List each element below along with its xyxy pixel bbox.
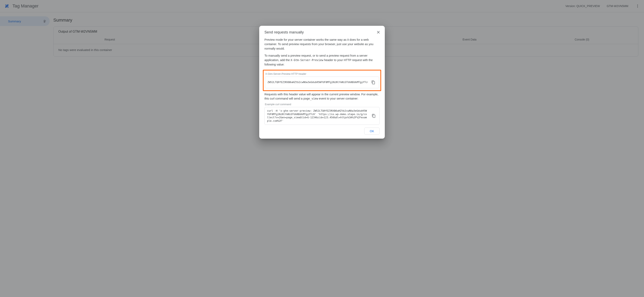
- copy-icon: [372, 114, 376, 118]
- dialog-p2-header-name: X-Gtm-Server-Preview: [290, 59, 324, 62]
- dialog-actions: OK: [264, 128, 380, 135]
- ok-button[interactable]: OK: [364, 128, 380, 135]
- dialog-paragraph-3: Requests with this header value will app…: [264, 92, 380, 101]
- dialog-title: Send requests manually: [264, 30, 380, 35]
- copy-curl-button[interactable]: [370, 112, 377, 120]
- modal-scrim: Send requests manually Preview mode for …: [0, 0, 644, 297]
- send-requests-dialog: Send requests manually Preview mode for …: [259, 26, 385, 139]
- header-value-text[interactable]: ZW52LTQ0fEZ3RXB6aHZtb2cwNUw3eGdub05WYUF8…: [268, 81, 368, 84]
- header-field-label: X-Gtm-Server-Preview HTTP header: [265, 73, 379, 75]
- copy-header-button[interactable]: [370, 79, 377, 86]
- curl-field-label: Example curl command: [265, 103, 380, 106]
- app-root: Tag Manager Version: QUICK_PREVIEW GTM-W…: [0, 0, 644, 297]
- close-icon: [376, 30, 380, 35]
- curl-command-text[interactable]: curl -H 'x-gtm-server-preview: ZW52LTQ0f…: [267, 109, 368, 123]
- dialog-paragraph-1: Preview mode for your server container w…: [264, 38, 380, 51]
- copy-icon: [371, 80, 375, 84]
- header-value-highlight: X-Gtm-Server-Preview HTTP header ZW52LTQ…: [263, 70, 381, 91]
- dialog-p3-b: event to your server container:: [318, 97, 358, 100]
- dialog-p3-event: page_view: [303, 97, 318, 100]
- dialog-paragraph-2: To manually send a preview request, or t…: [264, 54, 380, 67]
- curl-command-row: curl -H 'x-gtm-server-preview: ZW52LTQ0f…: [264, 107, 380, 125]
- header-value-row: ZW52LTQ0fEZ3RXB6aHZtb2cwNUw3eGdub05WYUF8…: [265, 77, 379, 88]
- close-button[interactable]: [375, 29, 382, 36]
